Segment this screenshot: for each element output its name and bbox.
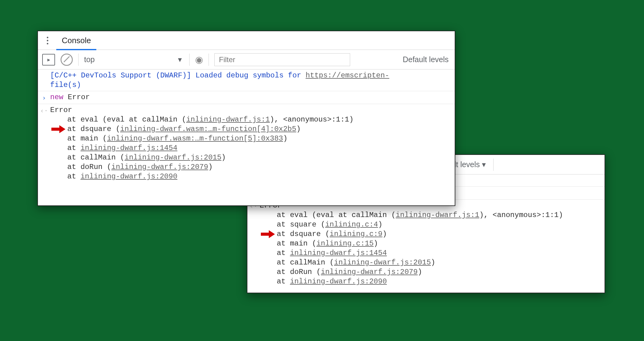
- console-output-row: ‹· Error at eval (eval at callMain (inli…: [38, 104, 455, 182]
- error-object-label[interactable]: Error: [50, 105, 452, 115]
- stack-frame: at square (inlining.c:4): [260, 220, 601, 229]
- input-prompt-icon: ›: [38, 92, 50, 103]
- output-prompt-icon: ‹·: [38, 105, 50, 115]
- gutter: [38, 71, 50, 71]
- stack-frame-link[interactable]: inlining-dwarf.js:1454: [290, 249, 387, 257]
- stack-frame-prefix: at: [67, 172, 80, 181]
- toggle-sidebar-icon[interactable]: ▸: [42, 54, 55, 66]
- stack-frame-suffix: ): [378, 220, 382, 229]
- stack-frame-prefix: at callMain (: [67, 153, 124, 162]
- stack-frame-link[interactable]: inlining-dwarf.wasm:…m-function[5]:0x383: [107, 134, 283, 143]
- stack-frame-link[interactable]: inlining-dwarf.wasm:…m-function[4]:0x2b5: [120, 125, 296, 133]
- stack-frame-link[interactable]: inlining-dwarf.js:2079: [321, 268, 418, 276]
- stack-frame-prefix: at main (: [67, 134, 107, 143]
- stack-frame-link[interactable]: inlining.c:4: [325, 220, 378, 229]
- stack-frame-link[interactable]: inlining-dwarf.js:2079: [111, 163, 208, 171]
- stack-frame-prefix: at: [277, 277, 290, 286]
- output-body: Error at eval (eval at callMain (inlinin…: [50, 105, 455, 181]
- clear-console-icon[interactable]: [61, 54, 73, 66]
- stack-frame-prefix: at main (: [277, 239, 316, 248]
- chevron-down-icon: ▾: [178, 55, 182, 64]
- identifier-error: Error: [63, 93, 90, 101]
- stack-frame: at dsquare (inlining-dwarf.wasm:…m-funct…: [50, 124, 452, 134]
- stack-frame-link[interactable]: inlining-dwarf.js:2090: [290, 277, 387, 286]
- tab-console[interactable]: Console: [56, 32, 96, 50]
- stack-frame-link[interactable]: inlining-dwarf.js:2015: [334, 258, 431, 267]
- stack-frame-link[interactable]: inlining.c:9: [330, 230, 383, 238]
- stack-frame-suffix: ): [221, 153, 226, 162]
- live-expression-icon[interactable]: ◉: [195, 54, 203, 65]
- stack-frame: at doRun (inlining-dwarf.js:2079): [260, 267, 601, 277]
- separator: [78, 54, 79, 66]
- stack-frame-suffix: ): [418, 268, 422, 276]
- separator: [189, 54, 190, 66]
- stack-frame-prefix: at: [67, 144, 80, 152]
- output-body: Error at eval (eval at callMain (inlinin…: [260, 201, 605, 286]
- separator: [209, 54, 209, 66]
- input-body: new Error: [50, 92, 455, 102]
- stack-frame: at inlining-dwarf.js:1454: [50, 143, 452, 153]
- highlight-arrow-icon: [261, 230, 276, 239]
- console-input-row[interactable]: › new Error: [38, 91, 455, 104]
- stack-trace: at eval (eval at callMain (inlining-dwar…: [50, 115, 452, 181]
- stack-frame-prefix: at callMain (: [277, 258, 334, 267]
- stack-frame-suffix: ): [283, 134, 287, 143]
- stack-frame-prefix: at doRun (: [277, 268, 321, 276]
- kebab-menu-icon[interactable]: [43, 37, 52, 44]
- separator: [493, 159, 494, 171]
- stack-frame-prefix: at: [277, 249, 290, 257]
- stack-frame-prefix: at eval (eval at callMain (: [277, 211, 396, 219]
- stack-frame: at callMain (inlining-dwarf.js:2015): [260, 258, 601, 267]
- stack-frame-suffix: ), <anonymous>:1:1): [270, 115, 354, 124]
- devtools-panel-before: Console ▸ top ▾ ◉ Default levels [C/C++ …: [37, 31, 455, 206]
- stack-frame-link[interactable]: inlining-dwarf.js:1454: [80, 144, 177, 152]
- stack-frame-prefix: at square (: [277, 220, 325, 229]
- keyword-new: new: [50, 93, 63, 101]
- stack-frame: at doRun (inlining-dwarf.js:2079): [50, 162, 452, 172]
- stack-frame-link[interactable]: inlining-dwarf.js:1: [396, 211, 479, 219]
- info-suffix: file(s): [50, 81, 81, 89]
- stack-frame-suffix: ), <anonymous>:1:1): [479, 211, 563, 219]
- context-label: top: [84, 55, 95, 64]
- stack-frame-prefix: at eval (eval at callMain (: [67, 115, 186, 124]
- console-message-info: [C/C++ DevTools Support (DWARF)] Loaded …: [38, 69, 455, 91]
- console-toolbar: ▸ top ▾ ◉ Default levels: [38, 50, 455, 69]
- tab-label: Console: [62, 36, 91, 45]
- context-selector[interactable]: top ▾: [84, 55, 184, 64]
- message-body: [C/C++ DevTools Support (DWARF)] Loaded …: [50, 71, 455, 90]
- stack-frame-prefix: at dsquare (: [277, 230, 330, 238]
- stack-frame: at inlining-dwarf.js:1454: [260, 248, 601, 258]
- stack-frame-suffix: ): [208, 163, 213, 171]
- stack-frame: at inlining-dwarf.js:2090: [50, 172, 452, 181]
- stack-trace: at eval (eval at callMain (inlining-dwar…: [260, 210, 601, 286]
- info-link[interactable]: https://emscripten-: [305, 71, 389, 80]
- stack-frame: at eval (eval at callMain (inlining-dwar…: [260, 210, 601, 220]
- stack-frame-suffix: ): [296, 125, 301, 133]
- stack-frame-suffix: ): [431, 258, 435, 267]
- stack-frame-prefix: at dsquare (: [67, 125, 120, 133]
- stack-frame-link[interactable]: inlining-dwarf.js:2015: [124, 153, 221, 162]
- stack-frame-link[interactable]: inlining-dwarf.js:1: [186, 115, 270, 124]
- stack-frame-suffix: ): [383, 230, 387, 238]
- stack-frame: at dsquare (inlining.c:9): [260, 229, 601, 239]
- highlight-arrow-icon: [51, 125, 66, 134]
- stack-frame-link[interactable]: inlining.c:15: [316, 239, 374, 248]
- stack-frame: at eval (eval at callMain (inlining-dwar…: [50, 115, 452, 124]
- log-levels-dropdown[interactable]: Default levels: [403, 55, 450, 64]
- stack-frame-link[interactable]: inlining-dwarf.js:2090: [80, 172, 177, 181]
- stack-frame: at inlining-dwarf.js:2090: [260, 277, 601, 286]
- filter-input[interactable]: [214, 53, 350, 66]
- stack-frame: at main (inlining.c:15): [260, 239, 601, 248]
- stack-frame-prefix: at doRun (: [67, 163, 111, 171]
- devtools-tabbar: Console: [38, 31, 455, 50]
- stack-frame: at callMain (inlining-dwarf.js:2015): [50, 153, 452, 162]
- stack-frame-suffix: ): [374, 239, 378, 248]
- stack-frame: at main (inlining-dwarf.wasm:…m-function…: [50, 134, 452, 143]
- info-prefix: [C/C++ DevTools Support (DWARF)] Loaded …: [50, 71, 305, 80]
- console-output-row: ‹· Error at eval (eval at callMain (inli…: [247, 200, 605, 287]
